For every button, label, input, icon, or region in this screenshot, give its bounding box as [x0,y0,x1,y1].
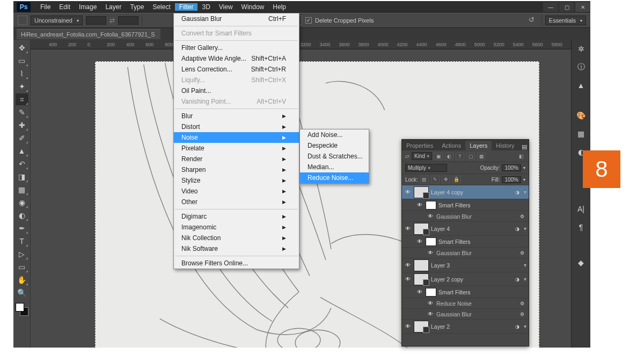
zoom-tool[interactable]: 🔍 [16,287,28,299]
menu-edit[interactable]: Edit [55,3,75,11]
smart-filters-row[interactable]: 👁Smart Filters [402,236,529,248]
visibility-icon[interactable]: 👁 [404,189,412,195]
layer-thumbnail[interactable] [414,223,429,235]
crop-height-input[interactable] [118,16,138,25]
layer-thumbnail[interactable] [414,321,429,333]
layer-row[interactable]: 👁Layer 4 copy◑▾ [402,185,529,199]
tab-properties[interactable]: Properties [402,141,437,150]
filter-smart-icon[interactable]: ▦ [477,153,486,160]
menu-item[interactable]: Imagenomic▶ [174,222,299,233]
marquee-tool[interactable]: ▭ [16,55,28,67]
expand-icon[interactable]: ▾ [524,262,526,268]
layer-thumbnail[interactable] [414,259,429,271]
layer-row[interactable]: 👁Layer 2◑▾ [402,320,529,334]
maximize-button[interactable]: ▢ [559,2,574,12]
menu-item[interactable]: Adaptive Wide Angle...Shift+Ctrl+A [174,53,299,64]
lock-trans-icon[interactable]: ▨ [420,176,429,183]
tab-layers[interactable]: Layers [465,141,492,150]
healing-tool[interactable]: ✚ [16,119,28,131]
visibility-icon[interactable]: 👁 [404,276,412,282]
layer-name[interactable]: Layer 2 [431,323,513,330]
visibility-icon[interactable]: 👁 [404,226,412,232]
smart-filter-entry[interactable]: 👁Gaussian Blur⚙ [402,211,529,222]
minimize-button[interactable]: — [543,2,558,12]
lock-all-icon[interactable]: 🔒 [452,176,461,183]
paragraph-panel-icon[interactable]: ¶ [575,221,587,233]
expand-icon[interactable]: ▾ [524,189,526,195]
filter-shape-icon[interactable]: ▢ [466,153,475,160]
delete-cropped-checkbox[interactable]: ✓ [305,17,312,24]
menu-item-median-[interactable]: Median... [300,162,369,172]
menu-item-render[interactable]: Render▶ [174,154,299,164]
crop-constraint-select[interactable]: Unconstrained [31,16,83,25]
expand-icon[interactable]: ▾ [524,323,526,329]
visibility-icon[interactable]: 👁 [416,202,423,208]
document-tab[interactable]: HiRes_andreaxt_Fotolia.com_Fotolia_63677… [17,29,160,39]
layer-name[interactable]: Layer 4 copy [431,189,513,196]
menu-item[interactable]: Lens Correction...Shift+Ctrl+R [174,64,299,75]
pen-tool[interactable]: ✒ [16,222,28,234]
menu-item[interactable]: Filter Gallery... [174,42,299,53]
menu-layer[interactable]: Layer [101,3,126,11]
menu-item-stylize[interactable]: Stylize▶ [174,175,299,186]
shape-tool[interactable]: ▭ [16,261,28,273]
filter-pixel-icon[interactable]: ▣ [434,153,443,160]
menu-item[interactable]: Nik Software▶ [174,243,299,254]
swap-icon[interactable]: ⇄ [109,17,115,24]
lock-pixels-icon[interactable]: ✎ [431,176,440,183]
menu-item-blur[interactable]: Blur▶ [174,111,299,121]
menu-item[interactable]: Oil Paint... [174,85,299,96]
menu-help[interactable]: Help [268,3,290,11]
type-tool[interactable]: T [16,235,28,247]
filter-settings-icon[interactable]: ⚙ [520,214,524,219]
workspace-select[interactable]: Essentials [545,16,586,25]
color-panel-icon[interactable]: ▲ [575,80,587,91]
visibility-icon[interactable]: 👁 [427,250,434,256]
layers-panel-icon[interactable]: ◆ [575,257,587,269]
reset-icon[interactable]: ↺ [529,16,538,25]
expand-icon[interactable]: ▾ [524,226,526,232]
gradient-tool[interactable]: ▦ [16,184,28,196]
menu-item-video[interactable]: Video▶ [174,186,299,197]
smart-filters-row[interactable]: 👁Smart Filters [402,286,529,298]
lasso-tool[interactable]: ⌇ [16,68,28,80]
filter-mask-thumbnail[interactable] [426,288,436,297]
menu-window[interactable]: Window [237,3,269,11]
layer-thumbnail[interactable] [414,186,429,198]
filter-type-icon[interactable]: T [456,153,464,160]
brush-tool[interactable]: ✐ [16,132,28,144]
menu-item-despeckle[interactable]: Despeckle [300,140,369,151]
layer-name[interactable]: Layer 2 copy [431,276,513,283]
stamp-tool[interactable]: ▲ [16,145,28,157]
visibility-icon[interactable]: 👁 [427,213,434,219]
info-panel-icon[interactable]: ⓘ [575,61,587,73]
filter-adjust-icon[interactable]: ◐ [445,153,453,160]
menu-select[interactable]: Select [148,3,174,11]
blur-tool[interactable]: ◉ [16,197,28,208]
menu-type[interactable]: Type [126,3,148,11]
menu-filter[interactable]: Filter [175,3,198,11]
panel-menu-icon[interactable]: ▤ [518,143,530,150]
swatches-panel-icon[interactable]: 🎨 [575,110,587,121]
character-panel-icon[interactable]: A| [575,203,587,215]
crop-width-input[interactable] [86,16,106,25]
visibility-icon[interactable]: 👁 [404,262,412,268]
tab-actions[interactable]: Actions [437,141,465,150]
menu-item[interactable]: Digimarc▶ [174,211,299,222]
blend-mode-select[interactable]: Multiply [405,164,447,172]
foreground-swatch[interactable] [16,303,24,312]
crop-tool[interactable]: ⌗ [16,93,28,105]
filter-settings-icon[interactable]: ⚙ [520,250,524,256]
quick-select-tool[interactable]: ✦ [16,81,28,92]
visibility-icon[interactable]: 👁 [427,311,434,317]
visibility-icon[interactable]: 👁 [416,239,423,244]
tab-history[interactable]: History [492,141,518,150]
menu-item-last-filter[interactable]: Gaussian BlurCtrl+F [174,13,299,24]
menu-item-browse-filters[interactable]: Browse Filters Online... [174,258,299,269]
close-button[interactable]: ✕ [575,2,590,12]
visibility-icon[interactable]: 👁 [404,323,412,329]
hand-tool[interactable]: ✋ [16,274,28,286]
visibility-icon[interactable]: 👁 [416,289,423,295]
menu-image[interactable]: Image [75,3,101,11]
dodge-tool[interactable]: ◐ [16,209,28,221]
